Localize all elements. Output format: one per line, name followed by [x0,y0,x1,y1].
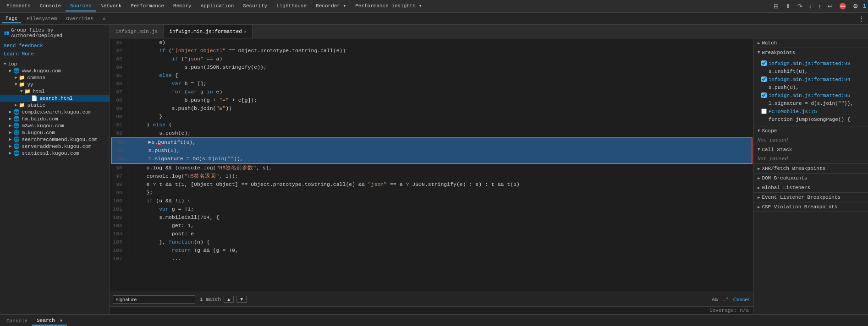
tree-item-static[interactable]: ▶ 📁 static [0,102,110,109]
call-stack-section: ▼ Call Stack Not paused [754,145,868,164]
find-prev-icon[interactable]: ▲ [224,296,234,303]
tab-sources[interactable]: Sources [66,1,96,11]
find-input[interactable] [113,295,195,304]
global-listeners-header[interactable]: ▶ Global Listeners [754,183,868,192]
tree-item-html[interactable]: ▼ 📁 html [0,88,110,95]
badge-icon: 1 [863,3,866,10]
find-cancel-button[interactable]: Cancel [731,297,751,302]
tree-item-label: serveraddrweb.kugou.com [22,144,91,149]
tab-memory[interactable]: Memory [169,1,196,11]
bp-filename-2: infSign.min.js:formatted:94 [769,77,850,82]
learn-more-link[interactable]: Learn More [4,50,106,59]
subtab-more[interactable]: » [99,15,110,23]
code-line-82: 82 if ("[object Object]" == Object.proto… [110,47,753,55]
tree-item-top[interactable]: ▼ top [0,61,110,67]
code-line-99: 99 }; [110,189,753,197]
code-line-90: 90 } [110,113,753,121]
bottom-tab-search[interactable]: Search ✕ [32,316,67,326]
bp-item-1: infSign.min.js:formatted:93 s.unshift(u)… [761,60,864,75]
deactivate-icon[interactable]: ⛔ [837,2,848,11]
tab-performance-insights[interactable]: Performance insights ▾ [351,1,426,11]
scope-header[interactable]: ▼ Scope [754,126,868,136]
tab-lighthouse[interactable]: Lighthouse [272,1,311,11]
csp-header[interactable]: ▶ CSP Violation Breakpoints [754,202,868,212]
step-over-icon[interactable]: ↷ [796,2,804,11]
dom-bp-label: DOM Breakpoints [762,175,807,181]
top-toolbar: Elements Console Sources Network Perform… [0,0,868,13]
bp-item-4: PCToMoblie.js:75 function jumpToSongPage… [761,108,864,123]
bp-checkbox-2[interactable] [761,76,767,82]
tab-console[interactable]: Console [35,1,66,11]
call-stack-header[interactable]: ▼ Call Stack [754,145,868,154]
code-line-86: 86 var b = []; [110,80,753,88]
bp-checkbox-1[interactable] [761,60,767,66]
settings-icon[interactable]: ⚙ [851,2,860,11]
folder-icon: 📁 [19,75,25,81]
tab-security[interactable]: Security [238,1,272,11]
bp-item-3: infSign.min.js:formatted:95 l.signature … [761,92,864,107]
code-editor: 81 e) 82 if ("[object Object]" == Object… [110,38,753,292]
domain-icon: 🌐 [13,150,20,156]
tree-item-mkugou[interactable]: ▶ 🌐 m.kugou.com [0,129,110,136]
find-next-icon[interactable]: ▼ [236,296,247,303]
tree-item-kugou[interactable]: ▶ 🌐 www.kugou.com [0,67,110,74]
pause-icon[interactable]: ⏸ [783,2,793,11]
subtab-filesystem[interactable]: Filesystem [23,15,60,23]
tree-item-staticssl[interactable]: ▶ 🌐 staticssl.kugou.com [0,150,110,157]
tab-application[interactable]: Application [196,1,239,11]
bottom-panel: Console Search ✕ Aa · ↻ ⊗ ▼ infSign.min.… [0,314,868,326]
step-into-icon[interactable]: ↓ [807,2,814,11]
send-feedback-link[interactable]: Send feedback [4,42,106,50]
sidebar-collapse-icon[interactable]: ⋮ [857,14,866,23]
step-back-icon[interactable]: ↩ [826,2,835,11]
close-tab-icon[interactable]: ✕ [60,318,62,323]
xhr-header[interactable]: ▶ XHR/fetch Breakpoints [754,164,868,173]
tab-infsign-min[interactable]: infSign.min.js [110,25,164,38]
arrow-icon: ▶ [15,103,17,108]
bp-code-2: s.push(u), [769,85,799,90]
breakpoints-header[interactable]: ▼ Breakpoints [754,48,868,57]
tab-elements[interactable]: Elements [2,1,35,11]
tab-network[interactable]: Network [96,1,126,11]
dock-icon[interactable]: ⊞ [772,2,780,11]
tree-item-yy[interactable]: ▼ 📁 yy [0,81,110,88]
close-tab-icon[interactable]: ✕ [244,29,247,34]
group-files-button[interactable]: Group files by Authored/Deployed [11,27,106,38]
tree-item-m3ws[interactable]: ▶ 🌐 m3ws.kugou.com [0,122,110,129]
breakpoints-section: ▼ Breakpoints infSign.min.js:formatted:9… [754,48,868,126]
subtab-page[interactable]: Page [2,14,21,23]
bp-filename-4: PCToMoblie.js:75 [769,109,817,114]
tree-item-searchrecommend[interactable]: ▶ 🌐 searchrecommend.kugou.com [0,136,110,143]
tree-item-search-html[interactable]: 📄 search.html [0,95,110,102]
domain-icon: 🌐 [13,116,20,122]
code-line-95: 95 1.signature = Dd(s.Djoin("")), [112,155,752,163]
tab-recorder[interactable]: Recorder ▾ [311,1,351,11]
tree-item-baidu[interactable]: ▶ 🌐 hm.baidu.com [0,115,110,122]
case-sensitive-label[interactable]: Aa [712,297,718,302]
tree-item-label: html [33,89,44,94]
global-listeners-label: Global Listeners [762,185,810,190]
code-line-81: 81 e) [110,38,753,47]
regex-label[interactable]: .* [723,297,729,302]
code-line-88: 88 b.push(g + "=" + e[g]); [110,96,753,104]
bottom-tab-console[interactable]: Console [2,317,32,325]
watch-section: ▶ Watch [754,38,868,48]
watch-section-header[interactable]: ▶ Watch [754,38,868,48]
subtab-overrides[interactable]: Overrides [62,15,97,23]
toolbar-tabs: Elements Console Sources Network Perform… [2,1,772,11]
step-out-icon[interactable]: ↑ [816,2,823,11]
tree-item-label: yy [27,82,33,87]
tree-item-common[interactable]: ▶ 📁 common [0,74,110,81]
tab-infsign-formatted[interactable]: infSign.min.js:formatted ✕ [164,25,252,38]
bp-checkbox-4[interactable] [761,109,767,114]
dom-bp-header[interactable]: ▶ DOM Breakpoints [754,174,868,183]
arrow-icon: ▼ [758,50,760,55]
bp-checkbox-3[interactable] [761,92,767,98]
code-line-101: 101 var g = !1; [110,205,753,213]
event-listener-header[interactable]: ▶ Event Listener Breakpoints [754,193,868,202]
scope-status: Not paused [754,136,868,145]
tree-item-complexsearch[interactable]: ▶ 🌐 complexsearch.kugou.com [0,109,110,115]
tree-item-serveraddrweb[interactable]: ▶ 🌐 serveraddrweb.kugou.com [0,143,110,150]
tab-performance[interactable]: Performance [126,1,169,11]
folder-icon: 📁 [19,82,25,87]
